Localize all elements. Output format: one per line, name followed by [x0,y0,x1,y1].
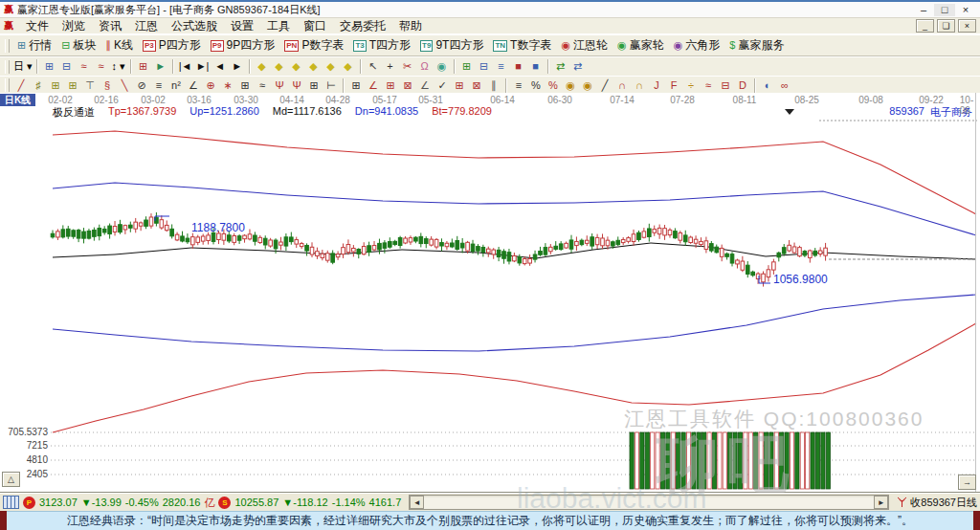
scroll-right-arrow[interactable]: ► [874,496,888,509]
hatch-tool-icon[interactable]: ♯ [30,78,47,93]
region-tool-icon[interactable]: ⊠ [399,78,416,93]
gann-square-icon[interactable]: ⊞ [47,78,64,93]
diamond-zoom-out-icon[interactable]: ◆ [305,59,323,74]
maximize-button[interactable]: □ [934,4,955,16]
gann-target-icon[interactable]: ⊕ [202,78,219,93]
fan-lines-icon[interactable]: Ψ [271,78,288,93]
spiral-tool-icon[interactable]: § [99,78,116,93]
prev-bar-icon[interactable]: ◄ [212,59,229,74]
gann-square2-icon[interactable]: ⊞ [64,78,81,93]
table-grid-icon[interactable]: ⊞ [451,78,468,93]
expand-volume-button[interactable]: △ [2,472,20,487]
save-icon[interactable]: ■ [510,59,527,74]
menu-文件[interactable]: 文件 [19,18,56,34]
notes-icon[interactable]: ≡ [493,59,510,74]
flag-marker-icon[interactable]: ► [152,59,169,74]
menu-设置[interactable]: 设置 [224,18,260,34]
net-export-icon[interactable]: ⇄ [552,59,569,74]
horizontal-scrollbar[interactable]: ◄ ► [409,495,889,510]
menu-工具[interactable]: 工具 [260,18,297,34]
menu-交易委托[interactable]: 交易委托 [333,18,392,34]
marker-pen-icon[interactable]: ╲ [116,78,133,93]
kline-chart[interactable]: 705.53737215481024051188.78001056.9800 [0,93,980,492]
calendar-icon[interactable]: ⊞ [458,59,476,74]
9t-square-button[interactable]: T99T四方形 [415,36,488,55]
menu-江恩[interactable]: 江恩 [128,18,165,34]
ink-pen-icon[interactable]: ╱ [596,78,613,93]
fan-lines2-icon[interactable]: Ψ [288,78,305,93]
diamond-zoom-in-icon[interactable]: ◆ [288,59,305,74]
diamond-compress-vertical-icon[interactable]: ◆ [340,59,357,74]
next-bar-icon[interactable]: ► [229,59,246,74]
p-digit-table-button[interactable]: PNP数字表 [279,36,348,55]
gann-wheel-button[interactable]: ◉江恩轮 [556,36,612,55]
pencil-tool-icon[interactable]: ╱ [12,78,30,93]
toolbar-grip[interactable] [5,60,10,74]
last-bar-icon[interactable]: ►| [194,59,212,74]
mdi-restore-button[interactable]: ❏ [937,19,955,33]
menu-浏览[interactable]: 浏览 [56,18,92,34]
comb-lines-icon[interactable]: ≡ [150,78,167,93]
step-line-icon[interactable]: ≈ [700,78,717,93]
d-line-icon[interactable]: D [734,78,751,93]
calculator-icon[interactable]: ⊟ [476,59,493,74]
parallel-lines-icon[interactable]: ∥ [485,78,502,93]
n-square-icon[interactable]: n² [167,78,185,93]
9p-square-button[interactable]: P99P四方形 [206,36,279,55]
percent-tool-icon[interactable]: % [527,78,545,93]
menu-资讯[interactable]: 资讯 [92,18,128,34]
save-blue-icon[interactable]: ■ [527,59,545,74]
angle-line-icon[interactable]: ∠ [416,78,434,93]
mdi-minimize-button[interactable]: _ [916,19,934,33]
quotes-button[interactable]: ⊞行情 [12,36,56,55]
f-line-icon[interactable]: F [665,78,682,93]
angle-tool-icon[interactable]: ∠ [185,78,202,93]
star-burst-icon[interactable]: ∗ [219,78,236,93]
cut-tool-icon[interactable]: ✂ [399,59,416,74]
golden-circle-icon[interactable]: ◉ [562,78,579,93]
ratio-lines-icon[interactable]: ≡ [510,78,527,93]
menu-公式选股[interactable]: 公式选股 [165,18,224,34]
quotes-grid-status-icon[interactable] [3,496,19,509]
yinyang-icon[interactable]: ◐ [759,78,776,93]
gann-box-icon[interactable]: ⊞ [135,59,152,74]
box-select-icon[interactable]: ⊞ [347,78,365,93]
trend-zigzag2-icon[interactable]: ≈ [93,59,110,74]
trend-zigzag-icon[interactable]: ≈ [76,59,93,74]
toolbar-grip[interactable] [5,78,10,92]
scroll-right-button[interactable]: → [958,475,976,490]
menu-帮助[interactable]: 帮助 [392,18,429,34]
magnet-tool-icon[interactable]: Ω [416,59,434,74]
t-digit-table-button[interactable]: TNT数字表 [488,36,556,55]
toolbar-grip[interactable] [5,39,10,53]
j-line-icon[interactable]: J [648,78,665,93]
percent-red-icon[interactable]: % [545,78,562,93]
kline-period-tab[interactable]: 日K线 [0,94,35,106]
menu-窗口[interactable]: 窗口 [297,18,333,34]
period-day-dropdown[interactable]: 日 ▾ [12,59,33,74]
t-square-button[interactable]: T3T四方形 [348,36,415,55]
shenzhen-index-icon[interactable]: S [218,497,231,509]
ruler-tool-icon[interactable]: ⊤ [81,78,99,93]
check-line-icon[interactable]: ✓ [434,78,451,93]
first-bar-icon[interactable]: |◄ [177,59,194,74]
wave-tool-icon[interactable]: ≈ [254,78,271,93]
golden-section-icon[interactable]: ÷ [682,78,700,93]
mesh-grid-icon[interactable]: ⊞ [305,78,323,93]
winner-service-button[interactable]: $赢家服务 [724,36,789,55]
mesh-red-icon[interactable]: ⊞ [382,78,399,93]
scroll-left-arrow[interactable]: ◄ [410,496,424,509]
arch-tool-icon[interactable]: ∩ [613,78,631,93]
clipboard-icon[interactable]: ⊟ [58,59,76,74]
winner-wheel-button[interactable]: ◉赢家轮 [612,36,669,55]
infinity-icon[interactable]: ∞ [776,78,793,93]
price-grid-icon[interactable]: ⊞ [236,78,254,93]
kline-button[interactable]: ∥K线 [100,36,138,55]
close-button[interactable]: × [955,4,976,16]
hexagon-button[interactable]: ◉六角形 [669,36,725,55]
globe-tool-icon[interactable]: ◉ [434,59,451,74]
table-grid2-icon[interactable]: ⊠ [468,78,485,93]
ray-fan-icon[interactable]: ∠ [365,78,382,93]
window-layout-icon[interactable]: ⊞ [41,59,58,74]
span-tool-icon[interactable]: ⊢ [323,78,340,93]
